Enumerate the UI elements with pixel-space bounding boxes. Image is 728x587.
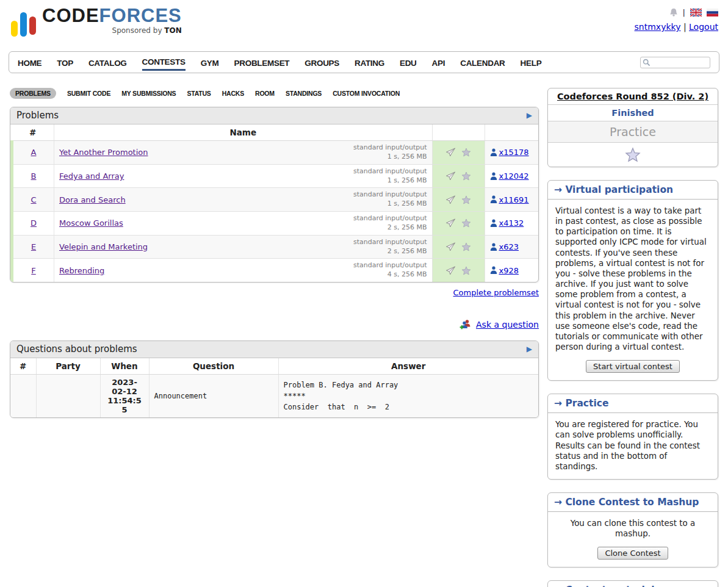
- problem-name-link[interactable]: Fedya and Array: [59, 171, 124, 181]
- nav-item-top[interactable]: TOP: [57, 55, 73, 70]
- contest-tab-room[interactable]: ROOM: [255, 88, 275, 99]
- complete-problemset-link[interactable]: Complete problemset: [453, 288, 539, 297]
- problem-name-link[interactable]: Rebrending: [59, 266, 104, 275]
- problem-limits: standard input/output 1 s, 256 MB: [353, 167, 427, 185]
- flag-ru-icon[interactable]: [707, 9, 718, 16]
- collapse-arrow-icon[interactable]: ▶: [527, 112, 532, 119]
- problems-caption: Problems ▶: [10, 107, 538, 124]
- logo-title: CODEFORCES: [42, 6, 182, 25]
- nav-item-gym[interactable]: GYM: [201, 55, 219, 70]
- virtual-participation-box: → Virtual participation Virtual contest …: [547, 180, 718, 381]
- question-row: 2023-02-12 11:54:55 Announcement Problem…: [10, 375, 538, 418]
- contest-tab-custom-invocation[interactable]: CUSTOM INVOCATION: [333, 88, 400, 99]
- problem-name-link[interactable]: Yet Another Promotion: [59, 148, 148, 157]
- solved-count-link[interactable]: x928: [499, 266, 519, 275]
- bell-icon[interactable]: [669, 8, 678, 17]
- start-virtual-contest-button[interactable]: Start virtual contest: [586, 360, 680, 373]
- codeforces-logo[interactable]: CODEFORCES Sponsored by TON: [9, 5, 182, 37]
- problem-index-cell: C: [12, 188, 54, 212]
- problem-index-link[interactable]: D: [31, 218, 37, 228]
- contest-title-link[interactable]: Codeforces Round 852 (Div. 2): [557, 92, 708, 101]
- practice-box: → Practice You are registered for practi…: [547, 394, 718, 480]
- virtual-participation-text: Virtual contest is a way to take part in…: [555, 206, 707, 351]
- collapse-arrow-icon[interactable]: ▶: [527, 345, 532, 353]
- submit-plane-icon[interactable]: [445, 218, 456, 228]
- nav-item-home[interactable]: HOME: [18, 55, 41, 70]
- problem-name-link[interactable]: Dora and Search: [59, 195, 126, 204]
- contest-tab-status[interactable]: STATUS: [187, 88, 211, 99]
- solved-count-link[interactable]: x4132: [499, 218, 524, 228]
- contest-tab-standings[interactable]: STANDINGS: [286, 88, 322, 99]
- submit-plane-icon[interactable]: [445, 266, 456, 275]
- ask-question-icon: [460, 319, 471, 330]
- content: PROBLEMSSUBMIT CODEMY SUBMISSIONSSTATUSH…: [9, 88, 719, 587]
- solved-count-link[interactable]: x623: [499, 242, 519, 251]
- contest-tab-hacks[interactable]: HACKS: [222, 88, 244, 99]
- submit-plane-icon[interactable]: [445, 148, 456, 157]
- question-when-cell: 2023-02-12 11:54:55: [100, 375, 149, 418]
- problem-row: F Rebrending standard input/output 4 s, …: [12, 259, 539, 282]
- contest-mode: Practice: [548, 121, 718, 143]
- problem-actions-cell: [432, 212, 485, 236]
- problem-name-link[interactable]: Velepin and Marketing: [59, 242, 148, 251]
- solved-count-link[interactable]: x12042: [499, 171, 529, 181]
- logo-bar-red: [29, 16, 36, 35]
- submit-plane-icon[interactable]: [445, 242, 456, 251]
- problem-index-cell: F: [12, 259, 54, 282]
- nav-item-problemset[interactable]: PROBLEMSET: [234, 55, 290, 70]
- solved-user-icon: [490, 148, 497, 157]
- search-input[interactable]: [640, 57, 710, 68]
- submit-plane-icon[interactable]: [445, 195, 456, 204]
- problem-index-link[interactable]: E: [31, 242, 36, 251]
- nav-item-catalog[interactable]: CATALOG: [88, 55, 127, 70]
- favorite-star-icon[interactable]: [461, 195, 471, 204]
- logout-link[interactable]: Logout: [689, 22, 718, 32]
- search-box: [640, 57, 710, 68]
- nav-item-help[interactable]: HELP: [521, 55, 542, 70]
- problem-time-memory: 2 s, 256 MB: [353, 247, 427, 256]
- logo-code: CODE: [42, 5, 99, 26]
- solved-count-link[interactable]: x15178: [499, 148, 529, 157]
- problem-name-link[interactable]: Moscow Gorillas: [59, 218, 123, 228]
- problem-index-link[interactable]: A: [31, 148, 37, 157]
- problem-index-link[interactable]: B: [31, 171, 37, 181]
- favorite-star-icon[interactable]: [625, 147, 641, 162]
- favorite-star-icon[interactable]: [461, 148, 471, 157]
- favorite-star-icon[interactable]: [461, 266, 471, 275]
- submit-plane-icon[interactable]: [445, 171, 456, 181]
- solved-user-icon: [490, 243, 497, 251]
- contest-tabs: PROBLEMSSUBMIT CODEMY SUBMISSIONSSTATUSH…: [10, 88, 539, 99]
- tagline-prefix: Sponsored by: [112, 26, 165, 35]
- clone-mashup-box: → Clone Contest to Mashup You can clone …: [547, 492, 718, 567]
- col-index-header: #: [12, 124, 54, 141]
- ask-question-link[interactable]: Ask a question: [476, 320, 539, 330]
- flag-en-icon[interactable]: [690, 9, 702, 16]
- favorite-star-icon[interactable]: [461, 171, 471, 181]
- favorite-star-icon[interactable]: [461, 242, 471, 251]
- problem-io: standard input/output: [353, 143, 427, 153]
- contest-tab-submit-code[interactable]: SUBMIT CODE: [67, 88, 110, 99]
- problem-index-cell: B: [12, 164, 54, 188]
- nav-item-groups[interactable]: GROUPS: [305, 55, 339, 70]
- nav-item-contests[interactable]: CONTESTS: [142, 54, 186, 71]
- problem-index-link[interactable]: C: [31, 195, 36, 204]
- nav-item-rating[interactable]: RATING: [355, 55, 384, 70]
- clone-mashup-title: → Clone Contest to Mashup: [548, 493, 718, 512]
- clone-mashup-text: You can clone this contest to a mashup.: [571, 519, 696, 538]
- contest-tab-my-submissions[interactable]: MY SUBMISSIONS: [121, 88, 176, 99]
- nav-item-calendar[interactable]: CALENDAR: [460, 55, 505, 70]
- clone-contest-button[interactable]: Clone Contest: [597, 547, 668, 560]
- contest-materials-box: → Contest materials • Announcement × • T…: [547, 580, 718, 587]
- username-link[interactable]: sntmxykky: [635, 22, 681, 32]
- solved-count-link[interactable]: x11691: [499, 195, 529, 204]
- nav-item-api[interactable]: API: [432, 55, 445, 70]
- practice-title: → Practice: [548, 394, 718, 413]
- practice-body: You are registered for practice. You can…: [548, 413, 718, 479]
- problem-index-link[interactable]: F: [31, 266, 35, 275]
- questions-header-row: # Party When Question Answer: [10, 358, 538, 375]
- favorite-star-icon[interactable]: [461, 218, 471, 228]
- virtual-participation-title: → Virtual participation: [548, 181, 718, 200]
- questions-box: Questions about problems ▶ # Party When …: [10, 340, 539, 418]
- nav-item-edu[interactable]: EDU: [400, 55, 417, 70]
- contest-tab-problems[interactable]: PROBLEMS: [10, 88, 56, 99]
